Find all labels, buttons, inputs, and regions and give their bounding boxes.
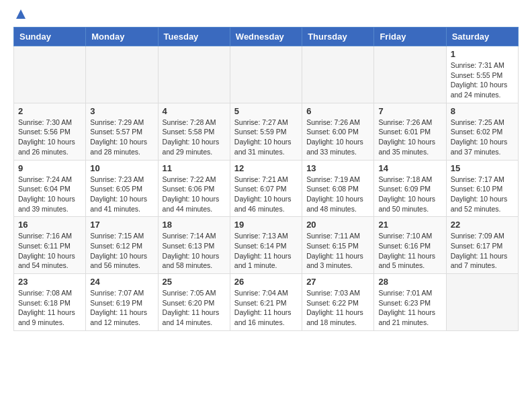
weekday-header: Thursday [302,28,374,46]
day-number: 13 [306,163,369,173]
day-number: 24 [90,277,153,287]
day-number: 23 [18,277,81,287]
day-number: 19 [234,220,298,230]
day-number: 5 [234,106,298,116]
day-info: Sunrise: 7:04 AM Sunset: 6:21 PM Dayligh… [234,288,298,328]
calendar-cell: 28Sunrise: 7:01 AM Sunset: 6:23 PM Dayli… [374,274,446,331]
calendar-cell [446,274,518,331]
day-info: Sunrise: 7:28 AM Sunset: 5:58 PM Dayligh… [163,118,226,157]
day-info: Sunrise: 7:03 AM Sunset: 6:22 PM Dayligh… [306,288,369,328]
day-number: 17 [90,220,153,230]
calendar-cell [158,46,230,103]
day-info: Sunrise: 7:11 AM Sunset: 6:15 PM Dayligh… [306,231,369,271]
calendar-cell: 12Sunrise: 7:21 AM Sunset: 6:07 PM Dayli… [230,160,302,217]
day-info: Sunrise: 7:07 AM Sunset: 6:19 PM Dayligh… [90,288,153,328]
day-info: Sunrise: 7:15 AM Sunset: 6:12 PM Dayligh… [90,231,153,271]
weekday-header: Monday [86,28,158,46]
day-number: 9 [18,163,81,173]
day-number: 7 [378,106,441,116]
calendar-cell [374,46,446,103]
calendar-cell: 10Sunrise: 7:23 AM Sunset: 6:05 PM Dayli… [86,160,158,217]
day-info: Sunrise: 7:13 AM Sunset: 6:14 PM Dayligh… [234,231,298,271]
day-info: Sunrise: 7:25 AM Sunset: 6:02 PM Dayligh… [451,118,514,157]
calendar-cell: 8Sunrise: 7:25 AM Sunset: 6:02 PM Daylig… [446,103,518,160]
calendar-table: SundayMondayTuesdayWednesdayThursdayFrid… [13,27,519,331]
day-info: Sunrise: 7:09 AM Sunset: 6:17 PM Dayligh… [451,231,514,271]
calendar-cell: 14Sunrise: 7:18 AM Sunset: 6:09 PM Dayli… [374,160,446,217]
day-number: 16 [18,220,81,230]
day-info: Sunrise: 7:05 AM Sunset: 6:20 PM Dayligh… [163,288,226,328]
day-number: 8 [451,106,514,116]
calendar-cell [230,46,302,103]
calendar-cell: 2Sunrise: 7:30 AM Sunset: 5:56 PM Daylig… [14,103,86,160]
calendar-cell: 25Sunrise: 7:05 AM Sunset: 6:20 PM Dayli… [158,274,230,331]
day-number: 11 [163,163,226,173]
calendar-cell: 22Sunrise: 7:09 AM Sunset: 6:17 PM Dayli… [446,217,518,274]
weekday-header: Saturday [446,28,518,46]
calendar-cell: 5Sunrise: 7:27 AM Sunset: 5:59 PM Daylig… [230,103,302,160]
day-number: 28 [378,277,441,287]
day-info: Sunrise: 7:21 AM Sunset: 6:07 PM Dayligh… [234,175,298,214]
calendar-cell: 11Sunrise: 7:22 AM Sunset: 6:06 PM Dayli… [158,160,230,217]
day-number: 20 [306,220,369,230]
weekday-header: Tuesday [158,28,230,46]
calendar-week-row: 16Sunrise: 7:16 AM Sunset: 6:11 PM Dayli… [14,217,519,274]
calendar-cell: 7Sunrise: 7:26 AM Sunset: 6:01 PM Daylig… [374,103,446,160]
day-number: 3 [90,106,153,116]
day-info: Sunrise: 7:26 AM Sunset: 6:00 PM Dayligh… [306,118,369,157]
svg-marker-0 [16,9,26,19]
calendar-cell: 13Sunrise: 7:19 AM Sunset: 6:08 PM Dayli… [302,160,374,217]
day-info: Sunrise: 7:24 AM Sunset: 6:04 PM Dayligh… [18,175,81,214]
calendar-cell: 1Sunrise: 7:31 AM Sunset: 5:55 PM Daylig… [446,46,518,103]
day-number: 15 [451,163,514,173]
day-info: Sunrise: 7:22 AM Sunset: 6:06 PM Dayligh… [163,175,226,214]
calendar-cell: 26Sunrise: 7:04 AM Sunset: 6:21 PM Dayli… [230,274,302,331]
weekday-header: Sunday [14,28,86,46]
day-number: 18 [163,220,226,230]
day-info: Sunrise: 7:17 AM Sunset: 6:10 PM Dayligh… [451,175,514,214]
calendar-cell: 27Sunrise: 7:03 AM Sunset: 6:22 PM Dayli… [302,274,374,331]
weekday-header: Wednesday [230,28,302,46]
calendar-cell [86,46,158,103]
page-header [13,13,519,20]
logo-icon [15,8,27,20]
calendar-cell: 23Sunrise: 7:08 AM Sunset: 6:18 PM Dayli… [14,274,86,331]
weekday-header: Friday [374,28,446,46]
day-number: 14 [378,163,441,173]
day-number: 27 [306,277,369,287]
day-info: Sunrise: 7:01 AM Sunset: 6:23 PM Dayligh… [378,288,441,328]
calendar-week-row: 9Sunrise: 7:24 AM Sunset: 6:04 PM Daylig… [14,160,519,217]
calendar-cell: 4Sunrise: 7:28 AM Sunset: 5:58 PM Daylig… [158,103,230,160]
day-info: Sunrise: 7:29 AM Sunset: 5:57 PM Dayligh… [90,118,153,157]
day-number: 22 [451,220,514,230]
day-info: Sunrise: 7:19 AM Sunset: 6:08 PM Dayligh… [306,175,369,214]
day-info: Sunrise: 7:14 AM Sunset: 6:13 PM Dayligh… [163,231,226,271]
day-info: Sunrise: 7:30 AM Sunset: 5:56 PM Dayligh… [18,118,81,157]
calendar-cell: 16Sunrise: 7:16 AM Sunset: 6:11 PM Dayli… [14,217,86,274]
calendar-cell: 24Sunrise: 7:07 AM Sunset: 6:19 PM Dayli… [86,274,158,331]
day-number: 1 [451,49,514,59]
day-info: Sunrise: 7:23 AM Sunset: 6:05 PM Dayligh… [90,175,153,214]
day-info: Sunrise: 7:18 AM Sunset: 6:09 PM Dayligh… [378,175,441,214]
day-number: 26 [234,277,298,287]
day-info: Sunrise: 7:08 AM Sunset: 6:18 PM Dayligh… [18,288,81,328]
calendar-cell: 17Sunrise: 7:15 AM Sunset: 6:12 PM Dayli… [86,217,158,274]
calendar-cell [14,46,86,103]
calendar-week-row: 2Sunrise: 7:30 AM Sunset: 5:56 PM Daylig… [14,103,519,160]
day-info: Sunrise: 7:16 AM Sunset: 6:11 PM Dayligh… [18,231,81,271]
calendar-cell: 21Sunrise: 7:10 AM Sunset: 6:16 PM Dayli… [374,217,446,274]
calendar-cell: 20Sunrise: 7:11 AM Sunset: 6:15 PM Dayli… [302,217,374,274]
day-info: Sunrise: 7:27 AM Sunset: 5:59 PM Dayligh… [234,118,298,157]
calendar-cell: 15Sunrise: 7:17 AM Sunset: 6:10 PM Dayli… [446,160,518,217]
day-info: Sunrise: 7:26 AM Sunset: 6:01 PM Dayligh… [378,118,441,157]
calendar-cell: 18Sunrise: 7:14 AM Sunset: 6:13 PM Dayli… [158,217,230,274]
day-number: 21 [378,220,441,230]
calendar-cell: 19Sunrise: 7:13 AM Sunset: 6:14 PM Dayli… [230,217,302,274]
calendar-cell: 9Sunrise: 7:24 AM Sunset: 6:04 PM Daylig… [14,160,86,217]
calendar-cell: 3Sunrise: 7:29 AM Sunset: 5:57 PM Daylig… [86,103,158,160]
calendar-week-row: 1Sunrise: 7:31 AM Sunset: 5:55 PM Daylig… [14,46,519,103]
day-number: 6 [306,106,369,116]
logo [13,13,27,20]
day-info: Sunrise: 7:10 AM Sunset: 6:16 PM Dayligh… [378,231,441,271]
day-number: 25 [163,277,226,287]
